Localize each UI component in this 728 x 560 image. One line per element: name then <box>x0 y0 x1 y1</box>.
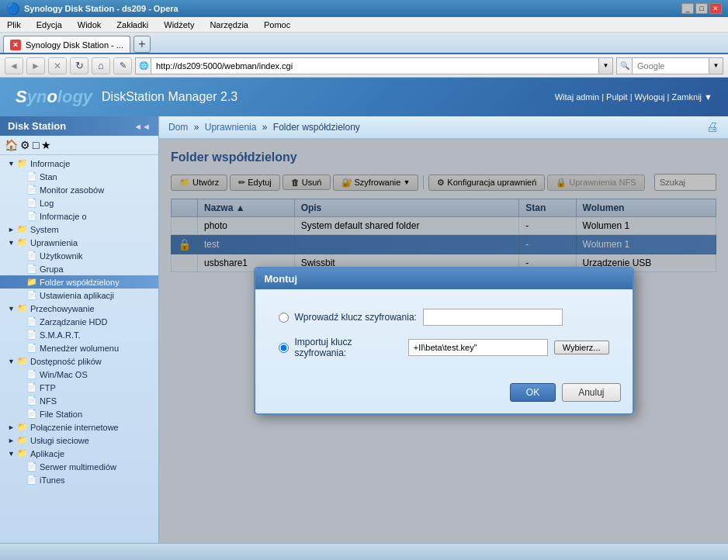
nav-bar: ◄ ► ✕ ↻ ⌂ ✎ 🌐 ▼ 🔍 ▼ <box>0 54 728 78</box>
window-sidebar-icon[interactable]: □ <box>33 139 39 151</box>
sidebar-item-nfs[interactable]: 📄 NFS <box>0 394 158 407</box>
sidebar-item-polaczenie[interactable]: ► 📁 Połączenie internetowe <box>0 420 158 434</box>
sidebar: Disk Station ◄◄ 🏠 ⚙ □ ★ ▼ 📁 Informacje <box>0 116 159 543</box>
sidebar-item-system[interactable]: ► 📁 System <box>0 223 158 236</box>
minimize-btn[interactable]: _ <box>681 3 694 14</box>
settings-sidebar-icon[interactable]: ⚙ <box>20 139 30 151</box>
main-content: Dom » Uprawnienia » Folder współdzielony… <box>159 116 728 543</box>
window-controls: _ □ ✕ <box>681 3 722 14</box>
page-info-icon: 🖨 <box>706 120 719 134</box>
menu-edycja[interactable]: Edycja <box>34 20 64 29</box>
file-path-display: +II\beta\test.key" <box>408 339 548 356</box>
home-btn[interactable]: ⌂ <box>92 57 110 74</box>
folder-access-icon: 📁 <box>17 356 28 366</box>
sidebar-item-itunes[interactable]: 📄 iTunes <box>0 473 158 486</box>
toggle-internet-icon: ► <box>8 423 17 431</box>
bookmark-btn[interactable]: ✎ <box>113 57 132 74</box>
folder-internet-icon: 📁 <box>17 422 28 432</box>
radio-enter-key[interactable] <box>279 313 289 323</box>
sidebar-item-group-label: Grupa <box>40 264 64 274</box>
doc-hdd-icon: 📄 <box>26 316 37 327</box>
sidebar-tools: 🏠 ⚙ □ ★ <box>0 136 158 155</box>
breadcrumb-uprawnienia-link[interactable]: Uprawnienia <box>205 122 257 133</box>
sidebar-item-ftp[interactable]: 📄 FTP <box>0 381 158 394</box>
sidebar-item-monitor-label: Monitor zasobów <box>40 185 104 195</box>
sidebar-item-smart-label: S.M.A.R.T. <box>40 330 81 340</box>
sidebar-item-grupa[interactable]: 📄 Grupa <box>0 262 158 275</box>
address-dropdown-btn[interactable]: ▼ <box>599 57 613 74</box>
sidebar-item-menedzer[interactable]: 📄 Menedżer wolumenu <box>0 341 158 354</box>
close-btn[interactable]: ✕ <box>709 3 722 14</box>
doc-settings-icon: 📄 <box>26 290 37 300</box>
doc-stan-icon: 📄 <box>26 171 37 181</box>
search-wrapper: 🔍 ▼ <box>616 57 723 74</box>
search-input[interactable] <box>632 57 709 74</box>
doc-ftp-icon: 📄 <box>26 382 37 392</box>
synology-header: Synology DiskStation Manager 2.3 Witaj a… <box>0 78 728 116</box>
menu-plik[interactable]: Plik <box>5 20 23 29</box>
forward-btn[interactable]: ► <box>26 57 45 74</box>
modal-body: Wprowadź klucz szyfrowania: Importuj klu… <box>255 289 633 377</box>
sidebar-item-log-label: Log <box>40 199 54 208</box>
reload-btn[interactable]: ↻ <box>70 57 88 74</box>
breadcrumb-current: Folder współdzielony <box>273 122 360 133</box>
sidebar-item-przechowywanie[interactable]: ▼ 📁 Przechowywanie <box>0 302 158 315</box>
menu-pomoc[interactable]: Pomoc <box>262 20 293 29</box>
sidebar-title: Disk Station <box>8 120 66 132</box>
sidebar-item-uprawnienia[interactable]: ▼ 📁 Uprawnienia <box>0 236 158 249</box>
sidebar-item-itunes-label: iTunes <box>40 475 65 485</box>
sidebar-item-monitor-zasobow[interactable]: 📄 Monitor zasobów <box>0 183 158 196</box>
sidebar-item-winmac[interactable]: 📄 Win/Mac OS <box>0 368 158 381</box>
menu-narzedzia[interactable]: Narzędzia <box>207 20 251 29</box>
sidebar-item-hdd-label: Zarządzanie HDD <box>40 317 107 327</box>
sidebar-collapse-icon[interactable]: ◄◄ <box>133 122 151 131</box>
sidebar-item-filestation[interactable]: 📄 File Station <box>0 407 158 420</box>
sidebar-item-dostepnosc[interactable]: ▼ 📁 Dostępność plików <box>0 354 158 368</box>
sidebar-item-folder-wspoldzielony[interactable]: 📁 Folder współdzielony <box>0 275 158 289</box>
tab-close-icon[interactable]: ✕ <box>10 40 21 50</box>
breadcrumb-sep2: » <box>262 122 268 133</box>
home-sidebar-icon[interactable]: 🏠 <box>5 139 18 151</box>
file-path-text: +II\beta\test.key" <box>414 343 477 352</box>
back-btn[interactable]: ◄ <box>5 57 23 74</box>
sidebar-header: Disk Station ◄◄ <box>0 116 158 136</box>
menu-widok[interactable]: Widok <box>75 20 104 29</box>
sidebar-item-uslugi[interactable]: ► 📁 Usługi sieciowe <box>0 434 158 447</box>
sidebar-item-storage-label: Przechowywanie <box>30 304 95 313</box>
sidebar-item-media[interactable]: 📄 Serwer multimediów <box>0 460 158 473</box>
key-text-input[interactable] <box>423 309 563 326</box>
menu-widzety[interactable]: Widżety <box>161 20 196 29</box>
sidebar-item-hdd[interactable]: 📄 Zarządzanie HDD <box>0 315 158 328</box>
sidebar-item-uzytkownik[interactable]: 📄 Użytkownik <box>0 249 158 262</box>
sidebar-tree: ▼ 📁 Informacje 📄 Stan 📄 Monitor zasobów <box>0 155 158 488</box>
breadcrumb-text: Dom » Uprawnienia » Folder współdzielony <box>168 122 360 133</box>
page-icon: 🌐 <box>135 57 151 74</box>
breadcrumb-dom-link[interactable]: Dom <box>168 122 188 133</box>
sidebar-item-informacje[interactable]: ▼ 📁 Informacje <box>0 157 158 170</box>
choose-file-btn[interactable]: Wybierz... <box>554 340 609 354</box>
doc-monitor-icon: 📄 <box>26 185 37 195</box>
sidebar-item-smart[interactable]: 📄 S.M.A.R.T. <box>0 328 158 341</box>
ok-btn[interactable]: OK <box>510 383 556 402</box>
address-input[interactable] <box>151 57 599 74</box>
menu-zakladki[interactable]: Zakładki <box>114 20 151 29</box>
folder-system-icon: 📁 <box>17 224 28 234</box>
new-tab-btn[interactable]: + <box>133 36 151 53</box>
star-sidebar-icon[interactable]: ★ <box>41 139 51 151</box>
sidebar-item-winmac-label: Win/Mac OS <box>40 370 88 379</box>
sidebar-item-informacje-o[interactable]: 📄 Informacje o <box>0 209 158 223</box>
doc-group-icon: 📄 <box>26 264 37 274</box>
cancel-btn[interactable]: Anuluj <box>562 383 620 402</box>
sidebar-item-log[interactable]: 📄 Log <box>0 196 158 209</box>
stop-btn[interactable]: ✕ <box>48 57 67 74</box>
maximize-btn[interactable]: □ <box>695 3 708 14</box>
sidebar-item-stan[interactable]: 📄 Stan <box>0 170 158 183</box>
sidebar-item-ustawienia[interactable]: 📄 Ustawienia aplikacji <box>0 289 158 302</box>
sidebar-item-aplikacje[interactable]: ▼ 📁 Aplikacje <box>0 447 158 460</box>
radio-import-key[interactable] <box>279 343 289 353</box>
browser-tab[interactable]: ✕ Synology Disk Station - ... <box>3 36 130 53</box>
search-dropdown-btn[interactable]: ▼ <box>709 57 723 74</box>
folder-shared-icon: 📁 <box>26 277 37 287</box>
radio-enter-label: Wprowadź klucz szyfrowania: <box>295 312 417 323</box>
modal-titlebar: Montuj <box>255 268 633 289</box>
